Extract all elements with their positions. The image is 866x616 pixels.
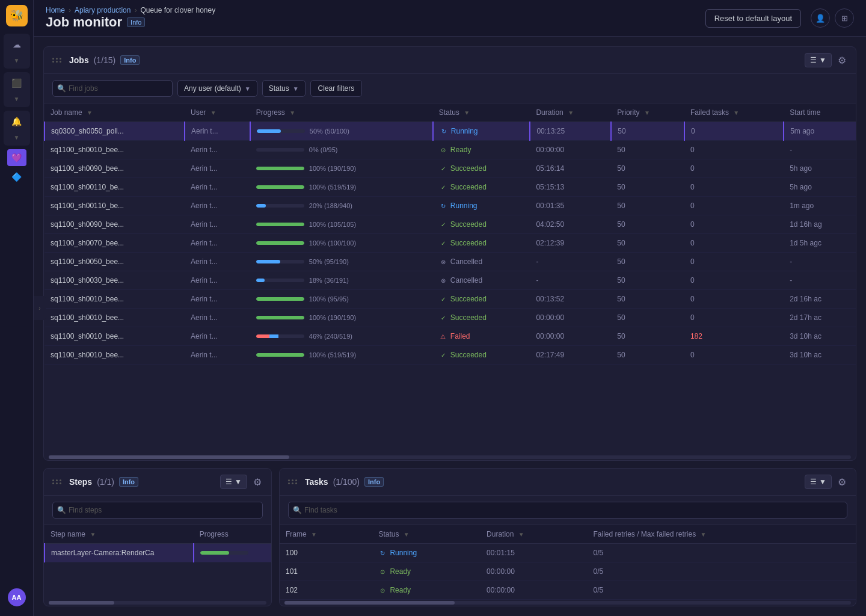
progress-fill xyxy=(256,185,304,189)
table-row[interactable]: 101 ⊙ Ready 00:00:00 0/5 xyxy=(280,562,856,581)
jobs-table-body: sq0300_sh0050_poll... Aerin t... 50% (50… xyxy=(45,122,856,365)
tasks-settings-btn[interactable]: ⚙ xyxy=(837,475,847,489)
th-step-progress[interactable]: Progress xyxy=(194,525,271,544)
table-row[interactable]: sq1100_sh0010_bee... Aerin t... 100% (51… xyxy=(45,346,856,365)
th-progress[interactable]: Progress ▼ xyxy=(250,103,433,122)
jobs-view-btn[interactable]: ☰ ▼ xyxy=(805,53,832,67)
sidebar-icon-cloud[interactable]: ☁ xyxy=(7,36,26,53)
steps-scrollbar[interactable] xyxy=(49,601,266,605)
status-text: Succeeded xyxy=(450,220,487,229)
tasks-scrollbar[interactable] xyxy=(284,601,851,605)
th-start-time[interactable]: Start time xyxy=(784,103,856,122)
table-row[interactable]: sq1100_sh0010_bee... Aerin t... 100% (95… xyxy=(45,290,856,309)
jobs-table-wrap: Job name ▼ User ▼ Progress ▼ Status ▼ Du… xyxy=(44,103,856,454)
steps-panel-title: Steps (1/1) Info xyxy=(52,477,138,487)
th-job-name[interactable]: Job name ▼ xyxy=(45,103,185,122)
duration-cell: 05:16:14 xyxy=(530,159,611,178)
jobs-scrollbar[interactable] xyxy=(49,455,851,459)
table-row[interactable]: sq1100_sh00110_be... Aerin t... 100% (51… xyxy=(45,178,856,197)
progress-cell: 100% (519/519) xyxy=(250,346,433,365)
duration-cell: 00:01:35 xyxy=(530,197,611,215)
sidebar-expand-1[interactable]: ▼ xyxy=(11,54,23,66)
th-failed-retries[interactable]: Failed retries / Max failed retries ▼ xyxy=(587,525,856,544)
steps-view-btn[interactable]: ☰ ▼ xyxy=(220,475,247,489)
user-icon[interactable]: 👤 xyxy=(811,8,830,28)
th-step-name[interactable]: Step name ▼ xyxy=(45,525,194,544)
tasks-info-badge[interactable]: Info xyxy=(364,477,384,487)
failed-cell: 0 xyxy=(684,197,784,215)
duration-cell: 00:00:00 xyxy=(530,309,611,327)
progress-label: 100% (519/519) xyxy=(309,183,356,191)
sidebar-section-3: 🔔 ▼ xyxy=(4,111,30,146)
table-row[interactable]: 102 ⊙ Ready 00:00:00 0/5 xyxy=(280,581,856,600)
sidebar-collapse-handle[interactable]: › xyxy=(34,296,46,320)
th-duration[interactable]: Duration ▼ xyxy=(530,103,611,122)
status-cell: ✓ Succeeded xyxy=(433,159,530,178)
table-row[interactable]: sq1100_sh00110_be... Aerin t... 20% (188… xyxy=(45,197,856,215)
table-row[interactable]: sq1100_sh0050_bee... Aerin t... 50% (95/… xyxy=(45,253,856,271)
sidebar-icon-bell[interactable]: 🔔 xyxy=(7,113,26,130)
status-icon: ↻ xyxy=(440,127,448,135)
jobs-panel: Jobs (1/15) Info ☰ ▼ ⚙ 🔍 xyxy=(43,46,856,461)
layout-icon[interactable]: ⊞ xyxy=(835,8,854,28)
status-text: Running xyxy=(450,202,478,210)
app-logo[interactable]: 🐝 xyxy=(6,5,28,26)
drag-handle-jobs[interactable] xyxy=(52,58,62,63)
progress-cell: 50% (50/100) xyxy=(250,122,433,141)
duration-cell: 00:00:00 xyxy=(530,141,611,159)
progress-wrap: 0% (0/95) xyxy=(256,146,427,153)
jobs-status-filter[interactable]: Status ▼ xyxy=(262,80,306,97)
start-time-cell: 1d 5h agc xyxy=(784,234,856,253)
breadcrumb-home[interactable]: Home xyxy=(46,6,65,14)
breadcrumb-section[interactable]: Apiary production xyxy=(75,6,131,14)
sidebar-expand-2[interactable]: ▼ xyxy=(11,93,23,105)
table-row[interactable]: masterLayer-Camera:RenderCa xyxy=(45,544,271,562)
status-filter-label: Status xyxy=(269,84,289,93)
steps-search-input[interactable] xyxy=(52,502,263,519)
tasks-search-input[interactable] xyxy=(288,502,847,519)
jobs-search-input[interactable] xyxy=(52,80,173,97)
steps-list-icon: ☰ xyxy=(226,478,232,486)
steps-info-badge[interactable]: Info xyxy=(119,477,138,487)
table-row[interactable]: sq1100_sh0070_bee... Aerin t... 100% (10… xyxy=(45,234,856,253)
user-avatar[interactable]: AA xyxy=(8,588,26,606)
sidebar-icon-packages[interactable]: ⬛ xyxy=(7,75,26,91)
th-task-status[interactable]: Status ▼ xyxy=(372,525,481,544)
drag-handle-steps[interactable] xyxy=(52,479,62,484)
start-time-cell: - xyxy=(784,271,856,290)
th-frame[interactable]: Frame ▼ xyxy=(280,525,372,544)
table-row[interactable]: sq1100_sh0090_bee... Aerin t... 100% (19… xyxy=(45,159,856,178)
start-time-cell: 5h ago xyxy=(784,178,856,197)
sidebar-expand-3[interactable]: ▼ xyxy=(11,131,23,143)
jobs-user-filter[interactable]: Any user (default) ▼ xyxy=(177,80,257,97)
sidebar-icon-diamond[interactable]: 🔷 xyxy=(7,168,26,185)
drag-handle-tasks[interactable] xyxy=(288,479,298,484)
task-duration-cell: 00:01:15 xyxy=(481,544,587,562)
priority-cell: 50 xyxy=(611,290,684,309)
table-row[interactable]: 100 ↻ Running 00:01:15 0/5 xyxy=(280,544,856,562)
th-task-duration[interactable]: Duration ▼ xyxy=(481,525,587,544)
failed-cell: 0 xyxy=(684,159,784,178)
clear-filters-button[interactable]: Clear filters xyxy=(310,80,363,97)
th-priority[interactable]: Priority ▼ xyxy=(611,103,684,122)
table-row[interactable]: sq1100_sh0030_bee... Aerin t... 18% (36/… xyxy=(45,271,856,290)
topbar: Home › Apiary production › Queue for clo… xyxy=(34,0,866,37)
table-row[interactable]: sq1100_sh0010_bee... Aerin t... 0% (0/95… xyxy=(45,141,856,159)
table-row[interactable]: sq1100_sh0010_bee... Aerin t... 46% (240… xyxy=(45,327,856,346)
progress-wrap: 100% (190/190) xyxy=(256,314,427,321)
th-status[interactable]: Status ▼ xyxy=(433,103,530,122)
jobs-info-badge[interactable]: Info xyxy=(120,55,140,65)
jobs-settings-btn[interactable]: ⚙ xyxy=(837,54,847,67)
page-info-badge[interactable]: Info xyxy=(127,17,145,27)
jobs-panel-title: Jobs (1/15) Info xyxy=(52,55,140,65)
reset-layout-button[interactable]: Reset to default layout xyxy=(705,9,801,28)
sidebar-icon-apiary[interactable]: 💜 xyxy=(7,149,26,166)
th-failed-tasks[interactable]: Failed tasks ▼ xyxy=(684,103,784,122)
steps-settings-btn[interactable]: ⚙ xyxy=(252,475,263,489)
table-row[interactable]: sq1100_sh0010_bee... Aerin t... 100% (19… xyxy=(45,309,856,327)
task-status-cell: ⊙ Ready xyxy=(372,562,481,581)
table-row[interactable]: sq1100_sh0090_bee... Aerin t... 100% (10… xyxy=(45,215,856,234)
tasks-view-btn[interactable]: ☰ ▼ xyxy=(805,475,832,489)
th-user[interactable]: User ▼ xyxy=(185,103,250,122)
table-row[interactable]: sq0300_sh0050_poll... Aerin t... 50% (50… xyxy=(45,122,856,141)
